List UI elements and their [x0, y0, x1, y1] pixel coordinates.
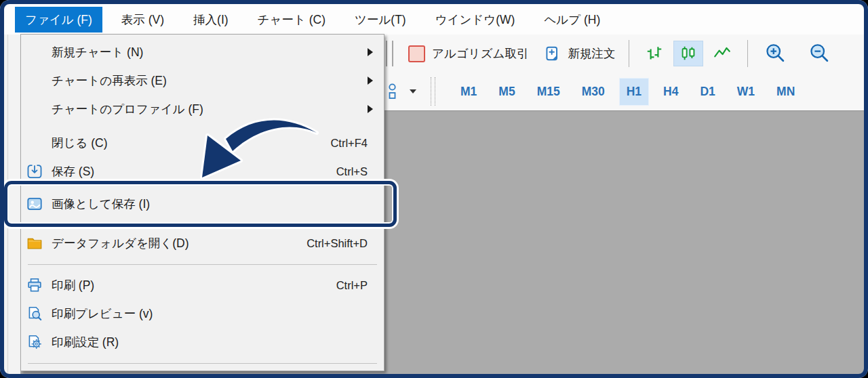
- timeframe-button[interactable]: H4: [656, 78, 686, 106]
- file-menu-dropdown: 新規チャート (N) チャートの再表示 (E) チャートのプロファイル (F) …: [20, 34, 384, 371]
- candlestick-chart-icon: [679, 44, 698, 63]
- timeframe-button[interactable]: H1: [619, 78, 649, 106]
- menubar-item[interactable]: 挿入(I): [183, 7, 239, 33]
- image-icon: [25, 195, 44, 213]
- menu-item-label: チャートのプロファイル (F): [52, 101, 357, 117]
- save-icon: [25, 163, 44, 181]
- menu-item-label: 新規チャート (N): [52, 44, 357, 60]
- toolbar-separator: [747, 40, 748, 67]
- timeframe-button[interactable]: D1: [692, 78, 722, 106]
- menu-item[interactable]: 保存 (S) Ctrl+S: [21, 157, 384, 186]
- menubar-item[interactable]: ファイル (F): [15, 7, 102, 33]
- menu-item-shortcut: Ctrl+Shift+D: [307, 237, 368, 250]
- menubar-item[interactable]: ツール(T): [344, 7, 416, 33]
- menu-item-label: 保存 (S): [52, 163, 336, 180]
- menu-item-shortcut: Ctrl+F4: [330, 137, 368, 150]
- timeframe-button[interactable]: M1: [453, 78, 484, 106]
- menubar-item[interactable]: 表示 (V): [111, 7, 174, 33]
- timeframe-button[interactable]: MN: [769, 78, 802, 106]
- menu-item[interactable]: チャートのプロファイル (F): [21, 95, 384, 123]
- timeframe-button[interactable]: M30: [574, 78, 612, 106]
- menubar-item[interactable]: チャート (C): [248, 7, 336, 33]
- menu-item-label: 印刷プレビュー (v): [52, 306, 368, 322]
- submenu-arrow-icon: [368, 48, 373, 56]
- new-order-button[interactable]: 新規注文: [538, 41, 620, 66]
- menu-item-label: 印刷設定 (R): [52, 334, 368, 350]
- menu-item-shortcut: Ctrl+S: [336, 165, 368, 178]
- menu-item-icon: [25, 134, 44, 152]
- menu-item-label: チャートの再表示 (E): [52, 72, 357, 89]
- folder-icon: [25, 234, 44, 253]
- bar-chart-button[interactable]: [639, 41, 669, 66]
- menu-item-shortcut: Ctrl+P: [336, 279, 368, 292]
- candlestick-chart-button[interactable]: [673, 41, 703, 66]
- algo-trading-icon: [408, 45, 425, 62]
- timeframe-list: M1M5M15M30H1H4D1W1MN: [453, 78, 809, 106]
- menu-item[interactable]: [21, 356, 384, 370]
- zoom-out-icon: [808, 42, 831, 65]
- algo-trading-button[interactable]: アルゴリズム取引: [403, 41, 534, 66]
- menu-item[interactable]: 印刷プレビュー (v): [21, 299, 384, 328]
- menu-item-label: 閉じる (C): [52, 135, 330, 151]
- line-chart-icon: [713, 44, 732, 63]
- new-order-label: 新規注文: [568, 45, 615, 62]
- print-preview-icon: [25, 305, 44, 323]
- menubar-item[interactable]: ウインドウ(W): [425, 7, 526, 33]
- algo-trading-label: アルゴリズム取引: [432, 45, 528, 62]
- menu-item[interactable]: 画像として保存 (I): [21, 190, 384, 218]
- zoom-in-button[interactable]: [758, 39, 792, 68]
- timeframe-button[interactable]: M5: [491, 78, 522, 106]
- print-settings-icon: [25, 333, 44, 352]
- toolbar-separator: [629, 40, 629, 67]
- timeframe-button[interactable]: W1: [730, 78, 762, 106]
- application-window: ファイル (F)表示 (V)挿入(I)チャート (C)ツール(T)ウインドウ(W…: [0, 0, 868, 378]
- menu-item-icon: [25, 72, 44, 90]
- menu-bar: ファイル (F)表示 (V)挿入(I)チャート (C)ツール(T)ウインドウ(W…: [4, 4, 864, 35]
- menu-item[interactable]: チャートの再表示 (E): [21, 66, 384, 95]
- bar-chart-icon: [645, 44, 664, 63]
- menu-item[interactable]: 印刷 (P) Ctrl+P: [21, 271, 384, 299]
- timeframe-button[interactable]: M15: [530, 78, 568, 106]
- menu-item[interactable]: [21, 257, 384, 271]
- toolbar-drag-handle[interactable]: [431, 77, 435, 106]
- chart-period-icon: [387, 83, 405, 100]
- chart-period-button[interactable]: [387, 79, 422, 104]
- menu-item[interactable]: データフォルダを開く(D) Ctrl+Shift+D: [21, 229, 384, 257]
- zoom-out-button[interactable]: [802, 39, 836, 68]
- toolbar-grip[interactable]: [386, 41, 393, 66]
- menu-item-label: 印刷 (P): [52, 277, 336, 293]
- screen: ファイル (F)表示 (V)挿入(I)チャート (C)ツール(T)ウインドウ(W…: [0, 0, 868, 378]
- submenu-arrow-icon: [368, 77, 373, 85]
- menu-item[interactable]: 印刷設定 (R): [21, 328, 384, 356]
- chevron-down-icon: [410, 89, 416, 93]
- submenu-arrow-icon: [368, 105, 373, 113]
- line-chart-button[interactable]: [707, 41, 737, 66]
- menubar-item[interactable]: ヘルプ (H): [534, 7, 610, 33]
- menu-item-icon: [25, 43, 44, 62]
- menu-item[interactable]: 新規チャート (N): [21, 38, 384, 66]
- zoom-in-icon: [764, 42, 787, 65]
- menu-item-icon: [25, 100, 44, 119]
- left-edge-panel: [4, 35, 20, 374]
- new-order-icon: [543, 45, 561, 62]
- printer-icon: [25, 276, 44, 295]
- menu-item-label: 画像として保存 (I): [52, 196, 368, 212]
- menu-item[interactable]: 閉じる (C) Ctrl+F4: [21, 129, 384, 157]
- menu-item-label: データフォルダを開く(D): [52, 235, 307, 251]
